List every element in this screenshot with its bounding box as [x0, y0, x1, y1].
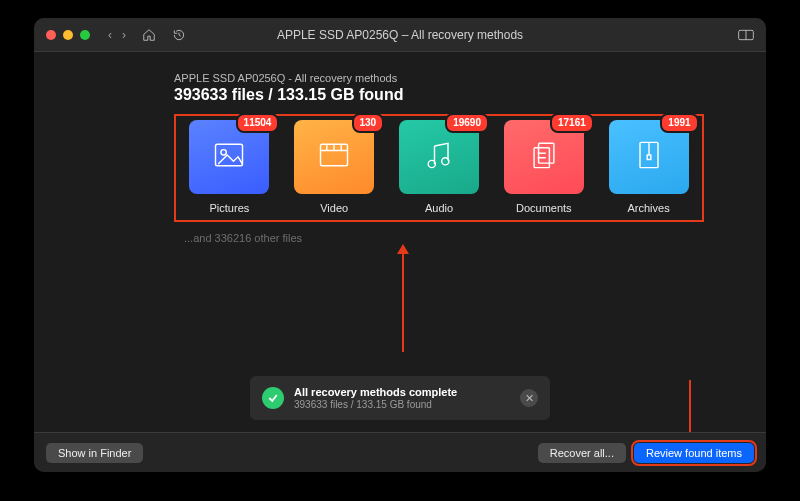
- music-icon: [421, 137, 457, 177]
- svg-rect-18: [647, 155, 651, 160]
- category-label: Pictures: [180, 202, 279, 214]
- breadcrumb: APPLE SSD AP0256Q - All recovery methods: [174, 72, 726, 84]
- other-files-text: ...and 336216 other files: [184, 232, 726, 244]
- dismiss-toast-button[interactable]: ✕: [520, 389, 538, 407]
- count-badge: 11504: [236, 113, 280, 133]
- category-video[interactable]: 130 Video: [285, 120, 384, 214]
- review-found-items-button[interactable]: Review found items: [634, 443, 754, 463]
- category-label: Audio: [390, 202, 489, 214]
- document-icon: [526, 137, 562, 177]
- status-title: All recovery methods complete: [294, 386, 510, 398]
- count-badge: 17161: [550, 113, 594, 133]
- category-documents[interactable]: 17161 Documents: [494, 120, 593, 214]
- titlebar: ‹ › APPLE SSD AP0256Q – All recovery met…: [34, 18, 766, 52]
- footer-bar: Show in Finder Recover all... Review fou…: [34, 432, 766, 472]
- home-icon[interactable]: [142, 28, 156, 42]
- recover-all-button[interactable]: Recover all...: [538, 443, 626, 463]
- category-label: Documents: [494, 202, 593, 214]
- forward-button[interactable]: ›: [122, 28, 126, 42]
- count-badge: 130: [352, 113, 385, 133]
- nav-arrows: ‹ ›: [108, 28, 126, 42]
- minimize-window-button[interactable]: [63, 30, 73, 40]
- content-area: APPLE SSD AP0256Q - All recovery methods…: [34, 52, 766, 472]
- svg-point-3: [221, 150, 226, 155]
- status-toast: All recovery methods complete 393633 fil…: [250, 376, 550, 420]
- category-archives[interactable]: 1991 Archives: [599, 120, 698, 214]
- app-window: ‹ › APPLE SSD AP0256Q – All recovery met…: [34, 18, 766, 472]
- close-window-button[interactable]: [46, 30, 56, 40]
- scan-header: APPLE SSD AP0256Q - All recovery methods…: [174, 72, 726, 104]
- archive-icon: [631, 137, 667, 177]
- category-label: Archives: [599, 202, 698, 214]
- window-controls: [46, 30, 90, 40]
- svg-point-10: [442, 158, 449, 165]
- video-icon: [316, 137, 352, 177]
- count-badge: 19690: [445, 113, 489, 133]
- show-in-finder-button[interactable]: Show in Finder: [46, 443, 143, 463]
- check-icon: [262, 387, 284, 409]
- back-button[interactable]: ‹: [108, 28, 112, 42]
- category-label: Video: [285, 202, 384, 214]
- annotation-arrow-up: [402, 252, 404, 352]
- scan-summary: 393633 files / 133.15 GB found: [174, 86, 726, 104]
- status-subtitle: 393633 files / 133.15 GB found: [294, 399, 510, 410]
- zoom-window-button[interactable]: [80, 30, 90, 40]
- category-pictures[interactable]: 11504 Pictures: [180, 120, 279, 214]
- category-row: 11504 Pictures 130 Video 196: [174, 114, 704, 222]
- history-icon[interactable]: [172, 28, 186, 42]
- toolbar-icons: [142, 28, 186, 42]
- count-badge: 1991: [660, 113, 698, 133]
- category-audio[interactable]: 19690 Audio: [390, 120, 489, 214]
- image-icon: [211, 137, 247, 177]
- view-mode-icon[interactable]: [738, 29, 754, 41]
